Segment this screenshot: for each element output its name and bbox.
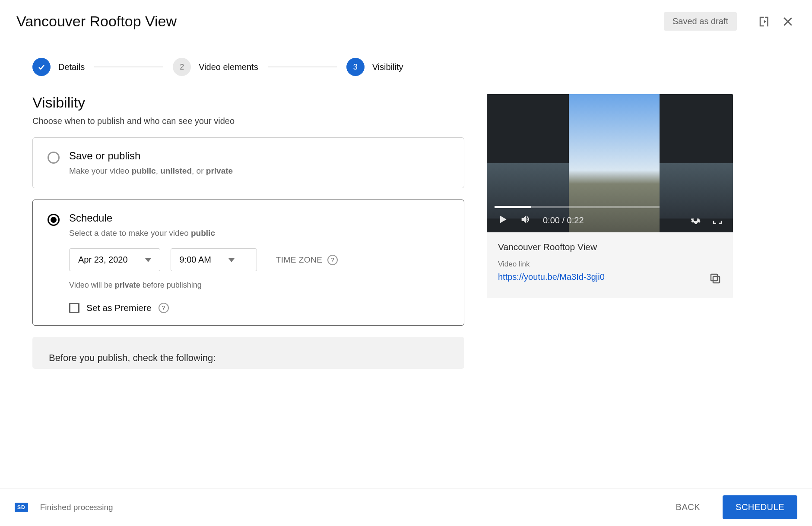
video-time-display: 0:00 / 0:22: [543, 215, 584, 225]
svg-marker-3: [228, 258, 235, 262]
upload-stepper: Details 2 Video elements 3 Visibility: [0, 43, 812, 94]
option-subtitle: Make your video public, unlisted, or pri…: [69, 166, 449, 176]
help-icon[interactable]: ?: [159, 303, 169, 313]
step-connector: [94, 67, 163, 67]
page-title: Visibility: [32, 94, 464, 111]
video-share-link[interactable]: https://youtu.be/Ma3Id-3gji0: [498, 272, 701, 282]
svg-marker-4: [500, 215, 507, 223]
schedule-date-select[interactable]: Apr 23, 2020: [69, 248, 160, 271]
step-connector: [268, 67, 337, 67]
help-icon[interactable]: ?: [327, 255, 338, 265]
saved-as-draft-badge: Saved as draft: [664, 12, 737, 31]
dropdown-caret-icon: [228, 255, 235, 265]
radio-unchecked-icon[interactable]: [48, 152, 60, 164]
option-subtitle: Select a date to make your video public: [69, 228, 449, 238]
svg-rect-5: [713, 276, 720, 283]
step-number: 2: [173, 58, 191, 76]
main-content: Visibility Choose when to publish and wh…: [0, 94, 812, 369]
publish-checklist-notice: Before you publish, check the following:: [32, 337, 464, 369]
option-title: Save or publish: [69, 150, 449, 162]
play-icon[interactable]: [497, 214, 508, 227]
premiere-option[interactable]: Set as Premiere ?: [69, 303, 449, 313]
schedule-time-value: 9:00 AM: [180, 255, 211, 265]
radio-checked-icon[interactable]: [48, 214, 60, 226]
dialog-header: Vancouver Rooftop View Saved as draft: [0, 0, 812, 43]
schedule-date-value: Apr 23, 2020: [78, 255, 128, 265]
processing-quality-badge: SD: [15, 503, 28, 512]
option-title: Schedule: [69, 212, 449, 224]
preview-video-title: Vancouver Rooftop View: [498, 242, 722, 252]
video-link-label: Video link: [498, 260, 722, 269]
timezone-button[interactable]: TIME ZONE ?: [276, 255, 338, 265]
svg-marker-2: [145, 258, 151, 262]
video-player[interactable]: 0:00 / 0:22: [487, 94, 733, 232]
step-label: Details: [58, 62, 85, 72]
video-preview-card: 0:00 / 0:22 Vancouver Rooftop View Video…: [487, 94, 733, 298]
step-label: Visibility: [372, 62, 403, 72]
processing-status-text: Finished processing: [40, 503, 653, 512]
back-button[interactable]: BACK: [666, 496, 710, 518]
volume-icon[interactable]: [520, 213, 532, 228]
svg-rect-6: [711, 274, 717, 281]
step-label: Video elements: [199, 62, 258, 72]
copy-icon[interactable]: [709, 272, 722, 287]
dropdown-caret-icon: [145, 255, 151, 265]
step-check-icon: [32, 58, 51, 76]
settings-gear-icon[interactable]: [690, 214, 701, 227]
option-save-or-publish[interactable]: Save or publish Make your video public, …: [32, 137, 464, 188]
premiere-label: Set as Premiere: [86, 303, 152, 313]
schedule-note: Video will be private before publishing: [69, 281, 449, 290]
step-video-elements[interactable]: 2 Video elements: [173, 58, 258, 76]
step-number: 3: [346, 58, 365, 76]
schedule-button[interactable]: SCHEDULE: [723, 495, 797, 519]
step-visibility[interactable]: 3 Visibility: [346, 58, 403, 76]
option-schedule[interactable]: Schedule Select a date to make your vide…: [32, 200, 464, 326]
feedback-icon[interactable]: [757, 14, 772, 29]
fullscreen-icon[interactable]: [712, 214, 723, 227]
close-icon[interactable]: [780, 14, 796, 29]
dialog-footer: SD Finished processing BACK SCHEDULE: [0, 488, 812, 526]
checkbox-unchecked-icon[interactable]: [69, 303, 79, 313]
step-details[interactable]: Details: [32, 58, 85, 76]
page-subtitle: Choose when to publish and who can see y…: [32, 116, 464, 126]
schedule-time-select[interactable]: 9:00 AM: [171, 248, 257, 271]
video-title-heading: Vancouver Rooftop View: [16, 13, 664, 30]
